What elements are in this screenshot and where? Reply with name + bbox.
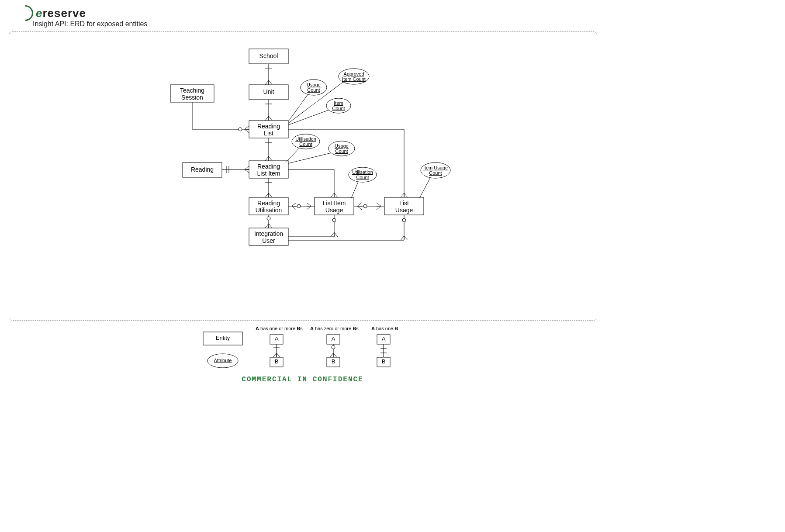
attr-liu-uc-l2: Count [356, 175, 369, 180]
rel-iu-liu [288, 215, 334, 237]
page-subtitle: Insight API: ERD for exposed entities [33, 20, 147, 28]
entity-rli-l1: Reading [257, 163, 280, 170]
entity-school-label: School [259, 52, 278, 59]
entity-teaching-session-l1: Teaching [180, 87, 204, 94]
svg-line-17 [351, 182, 358, 198]
entity-lu-l2: Usage [395, 207, 413, 214]
entity-iu-l1: Integration [254, 230, 283, 237]
attr-rl-ic-l2: Count [332, 106, 345, 111]
attr-rli-uc-l1: Utilisation [295, 136, 316, 142]
entity-reading-list-l2: List [264, 130, 273, 137]
entity-lu-l1: List [399, 200, 409, 207]
attr-rl-aic-l1: Approved [343, 71, 364, 76]
footer-confidential: COMMERCIAL IN CONFIDENCE [0, 376, 605, 383]
entity-ru-l1: Reading [257, 200, 280, 207]
attr-rl-aic-l2: Item Count [342, 76, 366, 82]
page: ereserve Insight API: ERD for exposed en… [0, 0, 785, 532]
legend-svg: Entity Attribute A has one or more Bs A … [203, 327, 404, 375]
legend-one-or-more-label: A has one or more Bs [256, 326, 303, 331]
attr-rli-usc-l2: Count [335, 149, 348, 154]
attr-lu-iuc-l2: Count [429, 170, 442, 176]
entity-reading-label: Reading [191, 166, 214, 173]
entity-iu-l2: User [262, 237, 275, 244]
entity-liu-l1: List Item [323, 200, 346, 207]
svg-text:A: A [332, 335, 335, 342]
erd-diagram: School Teaching Session Unit Reading Lis… [9, 31, 596, 320]
svg-text:A: A [275, 335, 279, 342]
entity-unit-label: Unit [263, 88, 274, 95]
svg-point-29 [332, 218, 336, 222]
svg-line-18 [419, 178, 430, 198]
brand-rest: reserve [42, 7, 86, 20]
attr-rl-usage-count-l1: Usage [307, 82, 321, 87]
rel-rli-liu [288, 169, 334, 197]
svg-text:B: B [382, 358, 386, 365]
entity-liu-l2: Usage [325, 207, 343, 214]
svg-point-21 [239, 128, 242, 131]
attr-rl-ic-l1: Item [334, 100, 343, 106]
legend-entity-label: Entity [216, 335, 230, 341]
svg-text:B: B [332, 358, 335, 365]
brand-logo: ereserve [17, 5, 86, 21]
entity-teaching-session-l2: Session [181, 94, 203, 101]
legend-has-one-label: A has one B [371, 326, 398, 331]
rel-iu-lu [288, 215, 404, 240]
attr-liu-uc-l1: Utilisation [352, 169, 373, 175]
svg-text:A: A [382, 335, 386, 342]
svg-line-14 [288, 110, 329, 125]
attr-rli-uc-l2: Count [299, 142, 312, 147]
svg-line-12 [288, 94, 308, 121]
rel-teachingsession-readinglist [192, 102, 249, 129]
svg-line-15 [287, 148, 299, 162]
svg-point-40 [332, 345, 335, 349]
attr-rli-usc-l1: Usage [335, 143, 349, 149]
svg-point-30 [402, 218, 406, 222]
brand-text: ereserve [36, 7, 86, 20]
svg-point-28 [267, 217, 270, 220]
attr-lu-iuc-l1: Item Usage [423, 165, 448, 170]
entity-reading-list-l1: Reading [257, 123, 280, 130]
entity-ru-l2: Utilisation [256, 207, 282, 214]
brand-e: e [36, 7, 42, 20]
entity-rli-l2: List Item [257, 170, 280, 177]
svg-point-27 [363, 204, 367, 208]
legend-attribute-label: Attribute [214, 358, 232, 363]
legend-zero-or-more-label: A has zero or more Bs [310, 326, 359, 331]
legend: Entity Attribute A has one or more Bs A … [203, 327, 404, 377]
attr-rl-usage-count-l2: Count [307, 87, 320, 93]
svg-line-16 [288, 153, 331, 163]
svg-point-26 [297, 204, 301, 208]
svg-text:B: B [275, 358, 279, 365]
